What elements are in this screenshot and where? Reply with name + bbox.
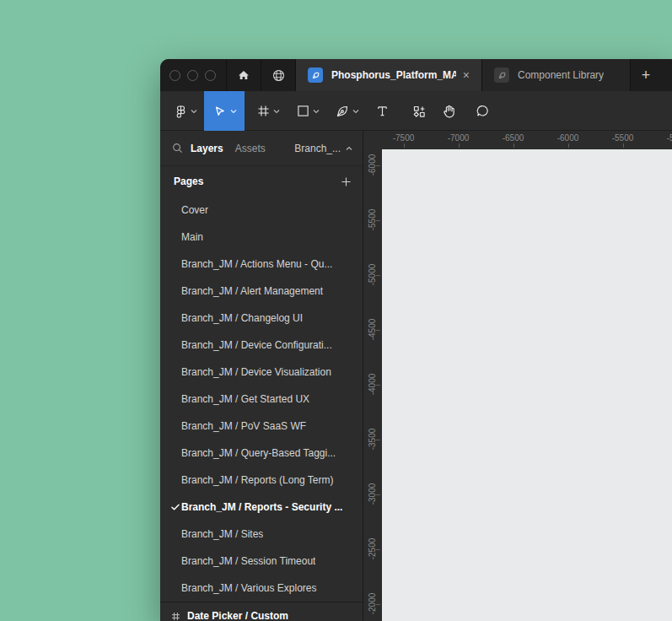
move-tool-button[interactable] xyxy=(204,91,245,131)
text-icon xyxy=(376,105,389,117)
page-label: Branch_JM / Device Visualization xyxy=(180,366,331,378)
rectangle-icon xyxy=(297,105,309,117)
page-label: Branch_JM / Query-Based Taggi... xyxy=(180,447,336,459)
page-label: Cover xyxy=(180,204,208,216)
page-label: Branch_JM / PoV SaaS WF xyxy=(180,420,306,432)
ruler-tick-label: -5500 xyxy=(363,192,382,247)
frame-icon xyxy=(257,105,270,117)
layer-item-date-picker[interactable]: Date Picker / Custom xyxy=(160,602,363,621)
page-item[interactable]: Branch_JM / Changelog UI xyxy=(160,305,363,332)
page-item[interactable]: Branch_JM / Actions Menu - Qu... xyxy=(160,251,363,278)
page-label: Branch_JM / Device Configurati... xyxy=(180,339,332,351)
page-item[interactable]: Branch_JM / PoV SaaS WF xyxy=(160,413,363,440)
ruler-tick-label: -7500 xyxy=(376,131,431,149)
tab-component-library[interactable]: Component Library xyxy=(482,59,630,91)
page-label: Branch_JM / Actions Menu - Qu... xyxy=(180,258,332,270)
page-item[interactable]: Branch_JM / Session Timeout xyxy=(160,548,363,575)
tab-bar: Phosphorus_Platform_MAIN × Component Lib… xyxy=(160,59,672,91)
check-icon xyxy=(160,504,180,510)
ruler-tick-label: -4000 xyxy=(363,357,382,412)
ruler-tick-label: -4500 xyxy=(363,302,382,357)
page-label: Branch_JM / Session Timeout xyxy=(180,555,315,567)
pages-list: Cover Main xyxy=(160,197,363,602)
community-button[interactable] xyxy=(261,59,295,91)
design-file-icon xyxy=(494,68,509,83)
branch-selector[interactable]: Branch_... xyxy=(294,143,352,154)
frame-icon xyxy=(171,612,180,621)
tab-close-icon[interactable]: × xyxy=(456,69,470,81)
chevron-down-icon xyxy=(313,109,320,114)
horizontal-ruler[interactable]: -7500-7000-6500-6000-5500-5000 xyxy=(363,131,672,149)
new-tab-button[interactable]: + xyxy=(631,59,661,91)
tab-title: Phosphorus_Platform_MAIN xyxy=(331,69,456,81)
comment-bubble-icon xyxy=(476,104,490,118)
window-zoom-button[interactable] xyxy=(205,70,216,81)
pages-title: Pages xyxy=(174,176,203,187)
page-label: Branch_JM / Changelog UI xyxy=(180,312,303,324)
layer-label: Date Picker / Custom xyxy=(187,610,288,621)
canvas-surface[interactable] xyxy=(382,149,672,621)
figma-window: Phosphorus_Platform_MAIN × Component Lib… xyxy=(160,59,672,621)
page-item[interactable]: Branch_JM / Sites xyxy=(160,521,363,548)
page-label: Branch_JM / Alert Management xyxy=(180,285,323,297)
add-page-button[interactable] xyxy=(341,176,352,187)
chevron-up-icon xyxy=(346,146,352,151)
text-tool-button[interactable] xyxy=(372,91,392,131)
page-item[interactable]: Branch_JM / Get Started UX xyxy=(160,386,363,413)
page-item[interactable]: Main xyxy=(160,224,363,251)
ruler-tick-label: -7000 xyxy=(431,131,486,149)
chevron-down-icon xyxy=(191,109,197,114)
figma-logo-icon xyxy=(175,105,187,118)
component-tool-button[interactable] xyxy=(409,91,429,131)
tab-assets[interactable]: Assets xyxy=(235,143,266,154)
ruler-tick-label: -6000 xyxy=(363,138,382,192)
figma-menu-button[interactable] xyxy=(167,91,204,131)
window-close-button[interactable] xyxy=(169,70,180,81)
pen-tool-button[interactable] xyxy=(331,91,364,131)
ruler-tick-label: -3500 xyxy=(363,412,382,467)
page-label: Branch_JM / Various Explores xyxy=(180,582,317,594)
page-label: Branch_JM / Reports (Long Term) xyxy=(180,474,334,486)
ruler-tick-label: -2500 xyxy=(363,521,382,576)
pen-icon xyxy=(336,105,349,118)
page-item[interactable]: Branch_JM / Device Configurati... xyxy=(160,332,363,359)
tab-title: Component Library xyxy=(518,69,604,81)
page-item[interactable]: Branch_JM / Alert Management xyxy=(160,278,363,305)
window-controls xyxy=(160,59,226,91)
toolbar xyxy=(160,91,672,131)
move-cursor-icon xyxy=(212,104,227,118)
vertical-ruler[interactable]: -6000-5500-5000-4500-4000-3500-3000-2500… xyxy=(363,131,382,621)
pages-header: Pages xyxy=(160,166,363,197)
canvas-area[interactable]: -7500-7000-6500-6000-5500-5000 -6000-550… xyxy=(363,131,672,621)
component-icon xyxy=(412,105,426,118)
comment-tool-button[interactable] xyxy=(472,91,492,131)
page-item[interactable]: Branch_JM / Device Visualization xyxy=(160,359,363,386)
page-item[interactable]: Branch_JM / Various Explores xyxy=(160,575,363,602)
page-label: Main xyxy=(180,231,203,243)
home-button[interactable] xyxy=(227,59,261,91)
panel-header: Layers Assets Branch_... xyxy=(160,131,363,166)
ruler-tick-label: -3000 xyxy=(363,467,382,521)
page-item[interactable]: Branch_JM / Reports - Security ... xyxy=(160,494,363,521)
left-panel: Layers Assets Branch_... Pages xyxy=(160,131,363,621)
tab-layers[interactable]: Layers xyxy=(191,143,223,154)
tab-phosphorus-platform-main[interactable]: Phosphorus_Platform_MAIN × xyxy=(296,59,481,91)
search-icon[interactable] xyxy=(172,143,183,154)
hand-icon xyxy=(442,104,457,119)
page-item[interactable]: Branch_JM / Query-Based Taggi... xyxy=(160,440,363,467)
globe-icon xyxy=(271,68,286,83)
window-minimize-button[interactable] xyxy=(187,70,198,81)
page-item[interactable]: Branch_JM / Reports (Long Term) xyxy=(160,467,363,494)
desktop: Phosphorus_Platform_MAIN × Component Lib… xyxy=(0,0,672,621)
ruler-tick-label: -5000 xyxy=(650,131,672,149)
frame-tool-button[interactable] xyxy=(252,91,284,131)
page-label: Branch_JM / Sites xyxy=(180,528,263,540)
chevron-down-icon xyxy=(352,109,359,114)
ruler-tick-label: -6000 xyxy=(540,131,595,149)
ruler-tick-label: -5500 xyxy=(595,131,650,149)
page-item[interactable]: Cover xyxy=(160,197,363,224)
ruler-tick-label: -5000 xyxy=(363,247,382,302)
hand-tool-button[interactable] xyxy=(439,91,460,131)
ruler-tick-label: -6500 xyxy=(486,131,540,149)
shape-tool-button[interactable] xyxy=(292,91,324,131)
